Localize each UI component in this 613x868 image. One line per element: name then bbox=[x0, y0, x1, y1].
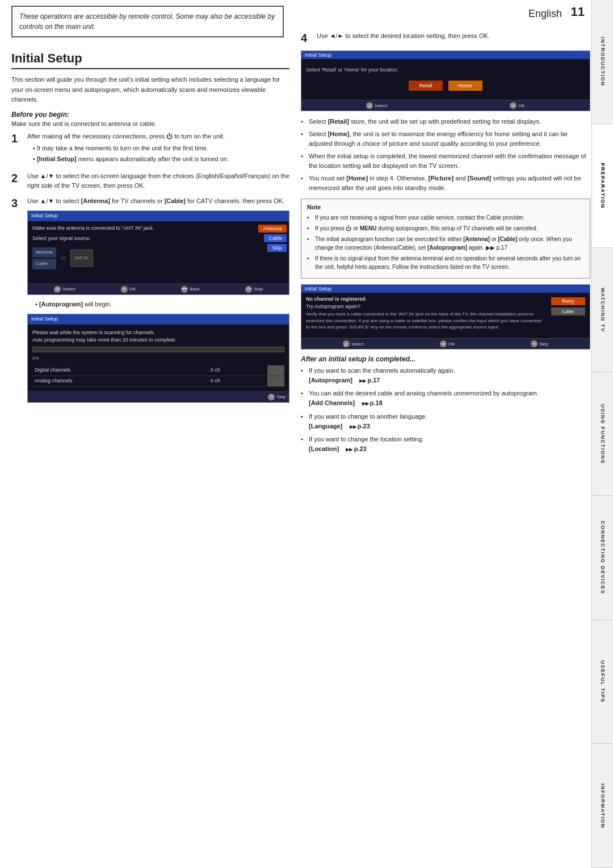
ok-icon: ● bbox=[121, 286, 128, 293]
step-1: 1 After making all the necessary connect… bbox=[11, 132, 289, 166]
step-2-text: Use ▲/▼ to select the on-screen language… bbox=[27, 172, 289, 189]
sidebar-tab-introduction[interactable]: INTRODUCTION bbox=[592, 0, 613, 124]
location-instruction: Select 'Retail' or 'Home' for your locat… bbox=[306, 64, 585, 76]
ok-icon-retry: ● bbox=[440, 340, 447, 347]
analog-channels-label: Analog channels bbox=[32, 376, 208, 386]
location-title-bar: Initial Setup bbox=[301, 51, 590, 59]
bullet-lowest-channel: When the initial setup is completed, the… bbox=[301, 151, 590, 171]
skip-icon: ↷ bbox=[245, 286, 252, 293]
step-1-number: 1 bbox=[11, 132, 25, 145]
right-column: 4 Use ◄/► to select the desired location… bbox=[301, 31, 590, 457]
step-1-text: After making all the necessary connectio… bbox=[27, 133, 225, 140]
step-3: 3 Use ▲/▼ to select [Antenna] for TV cha… bbox=[11, 196, 289, 407]
back-icon: ⟵ bbox=[181, 286, 188, 293]
step-4-container: 4 Use ◄/► to select the desired location… bbox=[301, 31, 590, 45]
antenna-button[interactable]: Antenna bbox=[258, 225, 287, 233]
retry-button[interactable]: Retry bbox=[551, 297, 585, 305]
sidebar-tabs: INTRODUCTION PREPARATION WATCHING TV USI… bbox=[591, 0, 613, 868]
step-3-text: Use ▲/▼ to select [Antenna] for TV chann… bbox=[27, 197, 284, 204]
progress-percent: 0% bbox=[32, 355, 284, 362]
step-4-number: 4 bbox=[301, 31, 314, 45]
retry-instructions: Verify that you have a cable connected t… bbox=[306, 311, 545, 330]
sidebar-tab-information[interactable]: INFORMATION bbox=[592, 744, 613, 868]
screenshot-source-text: Select your signal source. bbox=[32, 235, 251, 243]
sidebar-tab-connecting-devices[interactable]: CONNECTING DEVICES bbox=[592, 496, 613, 620]
skip-icon-retry: ↷ bbox=[531, 340, 538, 347]
retry-footer: ◎ Select ● OK ↷ Skip bbox=[301, 338, 590, 349]
step-2-content: Use ▲/▼ to select the on-screen language… bbox=[27, 171, 289, 191]
retry-buttons: Retry Later bbox=[551, 297, 585, 315]
antennna-icon: ANT IN bbox=[70, 250, 93, 267]
progress-bar bbox=[32, 347, 284, 352]
channel-table: Digital channels 0 ch Analog channels 0 … bbox=[32, 365, 284, 387]
digital-channels-row: Digital channels 0 ch bbox=[32, 365, 284, 376]
before-begin-text: Make sure the unit is connected to anten… bbox=[11, 120, 289, 127]
select-icon-loc: ◎ bbox=[366, 102, 373, 109]
after-setup-list: If you want to scan the channels automat… bbox=[301, 366, 590, 453]
home-button[interactable]: Home bbox=[448, 81, 482, 91]
digital-channels-value: 0 ch bbox=[208, 365, 267, 376]
cable-button[interactable]: Cable bbox=[264, 234, 287, 242]
select-icon: ◎ bbox=[54, 286, 61, 293]
step-3-content: Use ▲/▼ to select [Antenna] for TV chann… bbox=[27, 196, 289, 407]
digital-channels-label: Digital channels bbox=[32, 365, 208, 376]
note-box: Note If you are not receiving a signal f… bbox=[301, 199, 590, 279]
step-2-number: 2 bbox=[11, 171, 25, 185]
sidebar-tab-using-functions[interactable]: USING FUNCTIONS bbox=[592, 372, 613, 496]
page-language: English bbox=[528, 8, 562, 20]
section-title: Initial Setup bbox=[11, 51, 289, 69]
screenshot-footer-2: ↷ Skip bbox=[28, 391, 289, 402]
screenshot-instruction: Make sure the antenna is connected to "A… bbox=[32, 225, 251, 233]
antenna-label: Antenna bbox=[32, 247, 56, 258]
ok-icon-loc: ● bbox=[510, 102, 517, 109]
no-channel-text: No channel is registered. bbox=[306, 296, 545, 302]
location-buttons: Retail Home bbox=[306, 81, 585, 91]
later-button[interactable]: Later bbox=[551, 307, 585, 315]
step-4-text: Use ◄/► to select the desired location s… bbox=[317, 31, 590, 41]
retail-button[interactable]: Retail bbox=[409, 81, 442, 91]
location-bullets: Select [Retail] store, the unit will be … bbox=[301, 117, 590, 193]
cable-label: Cable bbox=[32, 259, 56, 269]
location-screenshot: Initial Setup Select 'Retail' or 'Home' … bbox=[301, 50, 590, 111]
note-2: If you press ⏻ or MENU during autoprogra… bbox=[307, 224, 584, 233]
note-4: If there is no signal input from the ant… bbox=[307, 254, 584, 271]
page-number: 11 bbox=[571, 5, 585, 19]
sidebar-tab-preparation[interactable]: PREPARATION bbox=[592, 124, 613, 248]
header-note-text: These operations are accessible by remot… bbox=[19, 12, 275, 31]
note-3: The initial autoprogram function can be … bbox=[307, 235, 584, 252]
try-autoprogram-text: Try Autoprogram again? bbox=[306, 304, 545, 309]
location-body: Select 'Retail' or 'Home' for your locat… bbox=[301, 59, 590, 100]
retry-screenshot: Initial Setup No channel is registered. … bbox=[301, 284, 590, 349]
skip-icon-2: ↷ bbox=[268, 394, 275, 401]
analog-bar bbox=[267, 376, 284, 386]
sidebar-tab-useful-tips[interactable]: USEFUL TIPS bbox=[592, 620, 613, 744]
note-title: Note bbox=[307, 204, 584, 210]
screenshot-title-bar-2: Initial Setup bbox=[28, 314, 289, 325]
screenshot-title-bar-1: Initial Setup bbox=[28, 211, 289, 221]
digital-bar bbox=[267, 365, 284, 376]
select-icon-retry: ◎ bbox=[343, 340, 350, 347]
after-setup-item-1: If you want to scan the channels automat… bbox=[301, 366, 590, 385]
header-note-box: These operations are accessible by remot… bbox=[11, 6, 284, 37]
scanning-screenshot: Initial Setup Please wait while the syst… bbox=[27, 314, 289, 403]
retry-title-bar: Initial Setup bbox=[301, 285, 590, 293]
analog-channels-value: 0 ch bbox=[208, 376, 267, 386]
screenshot-footer-1: ◎ Select ● OK ⟵ Back ↷ Skip bbox=[28, 284, 289, 294]
bullet-home-step4: You must set [Home] in step 4. Otherwise… bbox=[301, 174, 590, 193]
note-1: If you are not receiving a signal from y… bbox=[307, 213, 584, 222]
step-1-bullet-1: It may take a few moments to turn on the… bbox=[33, 144, 289, 153]
intro-text: This section will guide you through the … bbox=[11, 75, 289, 105]
antenna-cable-screenshot: Initial Setup Make sure the antenna is c… bbox=[27, 210, 289, 295]
step-1-bullet-2: [Initial Setup] menu appears automatical… bbox=[33, 154, 289, 164]
sidebar-tab-watching-tv[interactable]: WATCHING TV bbox=[592, 248, 613, 372]
analog-channels-row: Analog channels 0 ch bbox=[32, 376, 284, 386]
note-list: If you are not receiving a signal from y… bbox=[307, 213, 584, 271]
skip-button-1[interactable]: Skip bbox=[267, 244, 287, 252]
bullet-home: Select [Home], the unit is set to maximi… bbox=[301, 129, 590, 149]
after-setup-item-4: If you want to change the location setti… bbox=[301, 435, 590, 454]
step-1-content: After making all the necessary connectio… bbox=[27, 132, 289, 166]
main-content: Initial Setup This section will guide yo… bbox=[11, 51, 289, 413]
bullet-retail: Select [Retail] store, the unit will be … bbox=[301, 117, 590, 127]
step-2: 2 Use ▲/▼ to select the on-screen langua… bbox=[11, 171, 289, 191]
after-setup-label: After an initial setup is completed... bbox=[301, 355, 590, 363]
